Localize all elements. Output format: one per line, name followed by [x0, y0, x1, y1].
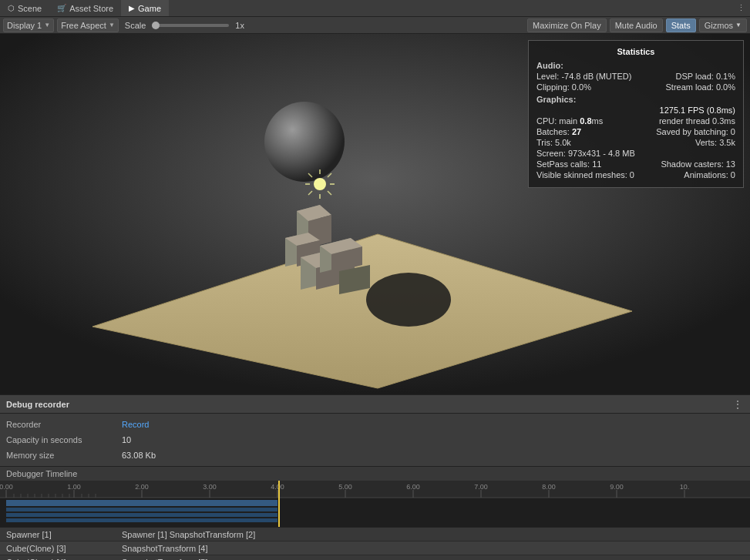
data-row-1[interactable]: Cube(Clone) [3] SnapshotTransform [4] — [0, 542, 750, 555]
timeline-canvas[interactable]: 0.00 1.00 2.00 3.00 4.00 5.00 — [0, 481, 750, 527]
svg-point-16 — [264, 102, 345, 182]
svg-text:1.00: 1.00 — [67, 483, 81, 491]
stats-stream-label: Stream load: 0.0% — [666, 82, 736, 92]
memory-value: 63.08 Kb — [122, 451, 156, 460]
stats-saved-label: Saved by batching: 0 — [656, 127, 735, 136]
svg-point-17 — [314, 178, 326, 190]
stats-verts-label: Verts: 3.5k — [695, 138, 735, 147]
svg-rect-27 — [0, 481, 750, 498]
data-col1-0: Spawner [1] — [6, 530, 122, 539]
debug-recorder-title: Debug recorder — [6, 400, 732, 409]
stats-shadow-label: Shadow casters: 13 — [661, 159, 735, 169]
debug-recorder-header: Debug recorder ⋮ — [0, 395, 750, 414]
stats-skinned-row: Visible skinned meshes: 0 Animations: 0 — [536, 170, 735, 179]
timeline-label: Debugger Timeline — [6, 469, 77, 478]
svg-rect-65 — [6, 513, 277, 517]
mute-audio-button[interactable]: Mute Audio — [610, 18, 663, 32]
debug-memory-row: Memory size 63.08 Kb — [0, 448, 750, 463]
svg-text:5.00: 5.00 — [338, 483, 352, 491]
svg-text:8.00: 8.00 — [542, 483, 556, 491]
svg-rect-66 — [6, 518, 277, 522]
audio-section-title: Audio: — [536, 61, 735, 70]
capacity-value: 10 — [122, 435, 131, 444]
svg-text:9.00: 9.00 — [610, 483, 624, 491]
data-col1-1: Cube(Clone) [3] — [6, 544, 122, 553]
data-col2-2: SnapshotTransform [5] — [122, 558, 207, 561]
tab-menu-button[interactable]: ⋮ — [732, 0, 750, 16]
stats-dsp-label: DSP load: 0.1% — [676, 72, 735, 81]
aspect-dropdown[interactable]: Free Aspect ▼ — [57, 18, 119, 32]
timeline-svg: 0.00 1.00 2.00 3.00 4.00 5.00 — [0, 481, 750, 527]
scale-value: 1x — [235, 21, 244, 30]
record-value[interactable]: Record — [122, 420, 149, 429]
stats-cpu-label: CPU: main 0.8ms — [536, 116, 603, 126]
display-dropdown-arrow: ▼ — [44, 22, 50, 29]
stats-screen-row: Screen: 973x431 - 4.8 MB — [536, 149, 735, 158]
debug-recorder-menu-button[interactable]: ⋮ — [732, 398, 744, 411]
stats-audio-level-row: Level: -74.8 dB (MUTED) DSP load: 0.1% — [536, 72, 735, 81]
data-col2-1: SnapshotTransform [4] — [122, 544, 207, 553]
stats-clipping-label: Clipping: 0.0% — [536, 82, 591, 92]
stats-audio-clipping-row: Clipping: 0.0% Stream load: 0.0% — [536, 82, 735, 92]
stats-screen-label: Screen: 973x431 - 4.8 MB — [536, 149, 635, 158]
data-rows: Spawner [1] Spawner [1] SnapshotTransfor… — [0, 527, 750, 560]
scene-icon: ⬡ — [8, 4, 15, 12]
tab-game[interactable]: ▶ Game — [121, 0, 169, 16]
data-col2-0: Spawner [1] SnapshotTransform [2] — [122, 530, 255, 539]
graphics-section-title: Graphics: — [536, 95, 735, 104]
stats-setpass-row: SetPass calls: 11 Shadow casters: 13 — [536, 159, 735, 169]
svg-text:3.00: 3.00 — [203, 483, 217, 491]
aspect-dropdown-arrow: ▼ — [109, 22, 115, 29]
data-row-2[interactable]: Cube(Clone) [4] SnapshotTransform [5] — [0, 555, 750, 560]
data-col1-2: Cube(Clone) [4] — [6, 558, 122, 561]
tab-asset-store[interactable]: 🛒 Asset Store — [49, 0, 121, 16]
stats-title: Statistics — [536, 47, 735, 56]
tab-bar: ⬡ Scene 🛒 Asset Store ▶ Game ⋮ — [0, 0, 750, 17]
svg-rect-63 — [6, 500, 277, 506]
stats-fps: 1275.1 FPS (0.8ms) — [536, 106, 735, 115]
asset-store-icon: 🛒 — [57, 4, 66, 12]
timeline-section: Debugger Timeline 0.00 1.00 — [0, 466, 750, 527]
capacity-label: Capacity in seconds — [6, 435, 122, 444]
svg-text:10.: 10. — [680, 483, 690, 491]
svg-rect-64 — [6, 508, 277, 511]
toolbar: Display 1 ▼ Free Aspect ▼ Scale 1x Maxim… — [0, 17, 750, 34]
stats-tris-label: Tris: 5.0k — [536, 138, 571, 147]
scale-slider[interactable] — [152, 24, 229, 27]
debug-capacity-row: Capacity in seconds 10 — [0, 432, 750, 448]
svg-text:2.00: 2.00 — [135, 483, 149, 491]
data-row-0[interactable]: Spawner [1] Spawner [1] SnapshotTransfor… — [0, 528, 750, 542]
svg-text:4.00: 4.00 — [271, 483, 284, 491]
stats-render-label: render thread 0.3ms — [659, 116, 735, 126]
stats-batches-row: Batches: 27 Saved by batching: 0 — [536, 127, 735, 136]
svg-text:0.00: 0.00 — [0, 483, 13, 491]
debug-recorder: Debug recorder ⋮ Recorder Record Capacit… — [0, 394, 750, 466]
scale-slider-thumb — [152, 22, 160, 29]
statistics-panel: Statistics Audio: Level: -74.8 dB (MUTED… — [528, 40, 744, 188]
gizmos-button[interactable]: Gizmos ▼ — [699, 18, 747, 32]
stats-animations-label: Animations: 0 — [684, 170, 735, 179]
stats-skinned-label: Visible skinned meshes: 0 — [536, 170, 634, 179]
stats-cpu-row: CPU: main 0.8ms render thread 0.3ms — [536, 116, 735, 126]
tab-scene[interactable]: ⬡ Scene — [0, 0, 49, 16]
stats-tris-row: Tris: 5.0k Verts: 3.5k — [536, 138, 735, 147]
game-viewport: Statistics Audio: Level: -74.8 dB (MUTED… — [0, 34, 750, 394]
display-dropdown[interactable]: Display 1 ▼ — [3, 18, 54, 32]
svg-text:7.00: 7.00 — [474, 483, 488, 491]
recorder-label: Recorder — [6, 420, 122, 429]
stats-level-label: Level: -74.8 dB (MUTED) — [536, 72, 631, 81]
debug-recorder-row: Recorder Record — [0, 417, 750, 432]
stats-setpass-label: SetPass calls: 11 — [536, 159, 601, 169]
svg-point-2 — [366, 273, 451, 327]
timeline-label-row: Debugger Timeline — [0, 467, 750, 481]
game-icon: ▶ — [129, 4, 135, 12]
maximize-on-play-button[interactable]: Maximize On Play — [527, 18, 607, 32]
svg-text:6.00: 6.00 — [406, 483, 420, 491]
memory-label: Memory size — [6, 451, 122, 460]
stats-button[interactable]: Stats — [666, 18, 696, 32]
stats-batches-label: Batches: 27 — [536, 127, 581, 136]
debug-recorder-body: Recorder Record Capacity in seconds 10 M… — [0, 414, 750, 466]
gizmos-arrow: ▼ — [735, 22, 742, 29]
scale-label: Scale — [125, 21, 146, 30]
